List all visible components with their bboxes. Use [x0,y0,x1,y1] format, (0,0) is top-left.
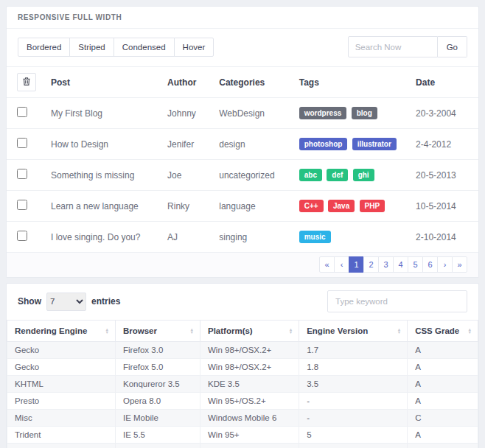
col-header-tags: Tags [292,67,408,98]
cell-tags: C++ Java PHP [292,191,408,222]
cell-date: 2-10-2014 [408,222,478,253]
tag-badge: illustrator [352,138,397,150]
page-2[interactable]: 2 [363,256,379,273]
bordered-button[interactable]: Bordered [18,38,70,57]
cell-grade: A [408,427,478,444]
cell-version: - [299,410,408,427]
cell-categories: WebDesign [212,98,291,129]
cell-engine: Misc [7,410,116,427]
engine-row: Gecko Firefox 3.0 Win 98+/OSX.2+ 1.7 A [7,342,478,359]
datatable-controls: Show 7 entries [7,284,478,320]
sort-icon [468,328,472,334]
row-checkbox[interactable] [17,169,27,179]
cell-date: 2-4-2012 [408,129,478,160]
cell-browser: IE 6 [115,444,200,448]
post-row: I love singing. Do you? AJ singing music… [7,222,478,253]
tag-badge: music [299,231,331,243]
cell-engine: Trident [7,427,116,444]
page-5[interactable]: 5 [408,256,423,273]
row-checkbox[interactable] [17,200,27,210]
cell-platform: Win 95+/OS.2+ [200,393,299,410]
cell-post: How to Design [43,129,160,160]
col-header-rendering-engine[interactable]: Rendering Engine [7,321,116,342]
panel-header: RESPONSIVE FULL WIDTH [7,7,478,29]
cell-version: 5 [299,427,408,444]
cell-author: Rinky [160,191,212,222]
cell-version: 7 [299,444,408,448]
col-header-browser[interactable]: Browser [115,321,200,342]
page-3[interactable]: 3 [378,256,394,273]
cell-browser: IE 5.5 [115,427,200,444]
cell-engine: Presto [7,393,116,410]
table-toolbar: Bordered Striped Condensed Hover Go [7,29,478,66]
tag-badge: Java [328,200,355,212]
datatable-panel: Show 7 entries Rendering Engine Browser … [6,283,479,448]
striped-button[interactable]: Striped [69,38,114,57]
posts-table-header-row: Post Author Categories Tags Date [7,67,478,98]
cell-engine: Gecko [7,342,116,359]
post-row: How to Design Jenifer design photoshop i… [7,129,478,160]
tag-badge: PHP [360,200,385,212]
col-header-engine-version[interactable]: Engine Version [299,321,408,342]
cell-grade: A [408,359,478,376]
cell-version: - [299,393,408,410]
show-label: Show [18,296,41,307]
cell-tags: abc def ghi [292,160,408,191]
hover-button[interactable]: Hover [174,38,214,57]
page-last[interactable]: » [452,256,467,273]
posts-pagination: « ‹ 1 2 3 4 5 6 › » [319,256,467,273]
keyword-filter-input[interactable] [327,290,467,312]
condensed-button[interactable]: Condensed [114,38,175,57]
cell-date: 10-5-2014 [408,191,478,222]
sort-icon [289,328,293,334]
cell-engine: Trident [7,444,116,448]
cell-browser: Firefox 5.0 [115,359,200,376]
cell-browser: Konqureror 3.5 [115,376,200,393]
col-header-date: Date [408,67,478,98]
col-header-css-grade[interactable]: CSS Grade [408,321,478,342]
cell-categories: uncategorized [212,160,291,191]
cell-browser: Opera 8.0 [115,393,200,410]
engine-row: Presto Opera 8.0 Win 95+/OS.2+ - A [7,393,478,410]
page-1[interactable]: 1 [349,256,364,273]
cell-author: Johnny [160,98,212,129]
tag-badge: abc [299,169,322,181]
engine-row: KHTML Konqureror 3.5 KDE 3.5 3.5 A [7,376,478,393]
engine-row: Trident IE 5.5 Win 95+ 5 A [7,427,478,444]
cell-date: 20-3-2004 [408,98,478,129]
cell-date: 20-5-2013 [408,160,478,191]
cell-author: Joe [160,160,212,191]
sort-icon [397,328,401,334]
cell-grade: A [408,444,478,448]
search-input[interactable] [348,36,438,57]
page-6[interactable]: 6 [422,256,438,273]
cell-engine: KHTML [7,376,116,393]
tag-badge: blog [352,107,377,119]
cell-grade: A [408,342,478,359]
entries-label: entries [91,296,120,307]
cell-author: Jenifer [160,129,212,160]
page-prev[interactable]: ‹ [334,256,349,273]
tag-badge: photoshop [299,138,348,150]
col-header-categories: Categories [212,67,291,98]
col-header-platforms[interactable]: Platform(s) [200,321,299,342]
page-4[interactable]: 4 [393,256,408,273]
page-first[interactable]: « [319,256,335,273]
page-next[interactable]: › [437,256,453,273]
search-group: Go [348,36,467,57]
row-checkbox[interactable] [17,231,27,241]
cell-categories: design [212,129,291,160]
tag-badge: wordpress [299,107,347,119]
post-row: Learn a new language Rinky language C++ … [7,191,478,222]
search-go-button[interactable]: Go [438,36,467,57]
cell-categories: language [212,191,291,222]
row-checkbox[interactable] [17,138,27,148]
cell-categories: singing [212,222,291,253]
cell-version: 3.5 [299,376,408,393]
entries-select[interactable]: 7 [46,293,86,311]
tag-badge: C++ [299,200,324,212]
cell-version: 1.8 [299,359,408,376]
delete-selected-button[interactable] [17,73,36,91]
cell-tags: photoshop illustrator [292,129,408,160]
row-checkbox[interactable] [17,107,27,117]
